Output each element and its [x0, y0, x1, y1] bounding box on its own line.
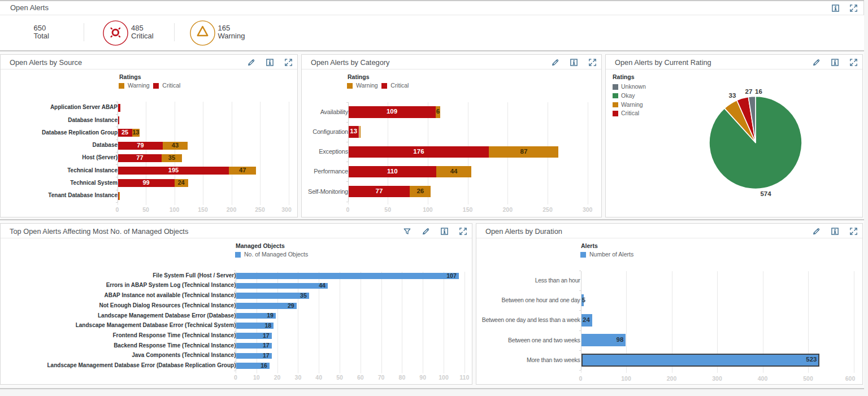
- svg-text:33: 33: [729, 92, 736, 99]
- svg-text:16: 16: [755, 88, 762, 95]
- svg-text:574: 574: [760, 190, 771, 197]
- svg-text:27: 27: [745, 88, 753, 95]
